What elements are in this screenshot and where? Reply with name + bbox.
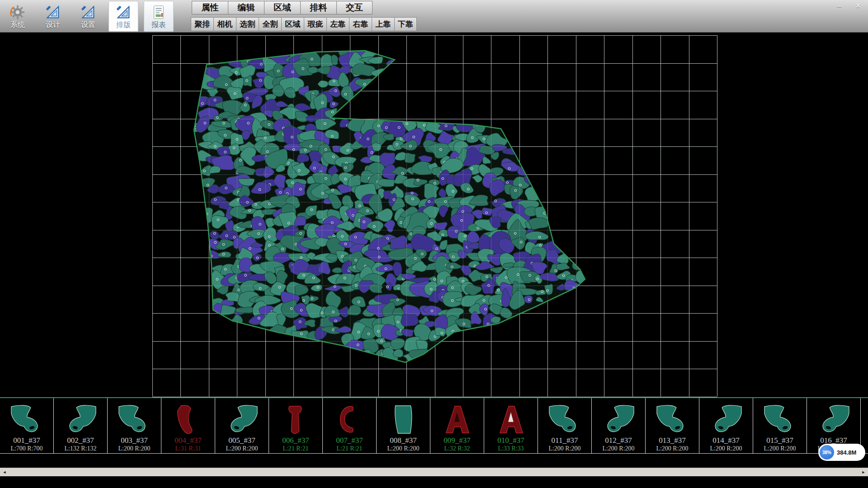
part-shape	[650, 404, 695, 436]
tool-item[interactable]: 相机	[213, 17, 236, 31]
part-shape	[596, 404, 641, 436]
nesting-canvas[interactable]	[0, 33, 868, 397]
tool-item[interactable]: 区域	[281, 17, 304, 31]
part-lr-count: L:200 R:200	[764, 445, 796, 452]
tool-item[interactable]: 左靠	[326, 17, 349, 31]
part-name: 001_#37	[13, 436, 40, 445]
part-lr-count: L:700 R:700	[10, 445, 42, 452]
part-thumbnail[interactable]: 008_#37 L:200 R:200	[377, 398, 430, 453]
nav-design[interactable]: 设计	[38, 1, 68, 32]
menu-bar: 属性 编辑 区域 排料 交互	[192, 1, 373, 14]
set-square-icon	[116, 5, 131, 20]
part-shape	[112, 404, 157, 436]
part-lr-count: L:200 R:200	[548, 445, 580, 452]
part-lr-count: L:200 R:200	[602, 445, 634, 452]
part-thumbnail[interactable]: 010_#37 L:33 R:33	[484, 398, 538, 453]
nav-settings-label: 设置	[81, 21, 95, 28]
scroll-left-icon[interactable]: ◄	[0, 468, 9, 477]
part-thumbnail[interactable]: 005_#37 L:200 R:200	[215, 398, 269, 453]
part-shape	[4, 404, 49, 436]
part-shape	[219, 404, 264, 436]
part-name: 011_#37	[552, 436, 578, 445]
part-shape	[542, 404, 587, 436]
menu-item[interactable]: 编辑	[228, 1, 264, 14]
part-thumbnail[interactable]: 014_#37 L:200 R:200	[699, 398, 753, 453]
part-shape	[757, 404, 802, 436]
part-thumbnail[interactable]: 007_#37 L:21 R:21	[323, 398, 377, 453]
part-name: 005_#37	[228, 436, 255, 445]
tool-bar: 聚排 相机 选割 全割 区域 瑕疵 左靠 右靠 上靠 下靠	[191, 17, 417, 31]
set-square-icon	[80, 5, 96, 20]
close-button[interactable]: ✕	[853, 1, 863, 10]
part-shape	[381, 404, 426, 436]
part-lr-count: L:132 R:132	[64, 445, 96, 452]
part-name: 006_#37	[282, 436, 309, 445]
part-shape	[58, 404, 103, 436]
window-controls: ─ ✕	[834, 1, 863, 10]
scroll-right-icon[interactable]: ►	[859, 468, 868, 477]
part-thumbnail[interactable]: 001_#37 L:700 R:700	[0, 398, 54, 453]
menu-item[interactable]: 交互	[336, 1, 373, 14]
part-lr-count: L:200 R:200	[226, 445, 258, 452]
menu-item[interactable]: 区域	[264, 1, 300, 14]
main-nav: 系统 设计 设置 排版 报表	[3, 0, 179, 33]
tool-item[interactable]: 上靠	[372, 17, 394, 31]
progress-ring: 38%	[820, 445, 834, 460]
menu-item[interactable]: 排料	[300, 1, 336, 14]
nav-nesting[interactable]: 排版	[108, 1, 138, 32]
part-name: 002_#37	[67, 436, 94, 445]
part-name: 014_#37	[712, 436, 740, 445]
tool-item[interactable]: 聚排	[191, 17, 213, 31]
part-name: 013_#37	[659, 436, 686, 445]
part-name: 007_#37	[336, 436, 363, 445]
horizontal-scrollbar[interactable]: ◄ ►	[0, 468, 868, 476]
part-name: 004_#37	[175, 436, 202, 445]
tool-item[interactable]: 瑕疵	[304, 17, 326, 31]
nav-report[interactable]: 报表	[144, 1, 174, 32]
part-lr-count: L:200 R:200	[387, 445, 419, 452]
menu-item[interactable]: 属性	[192, 1, 228, 14]
part-shape	[811, 404, 856, 436]
tool-item[interactable]: 下靠	[394, 17, 417, 31]
part-name: 008_#37	[390, 436, 417, 445]
tool-item[interactable]: 选割	[236, 17, 259, 31]
part-thumbnail[interactable]: 013_#37 L:200 R:200	[646, 398, 699, 453]
part-thumbnail[interactable]: 011_#37 L:200 R:200	[538, 398, 592, 453]
part-name: 010_#37	[497, 436, 524, 445]
part-shape	[273, 404, 318, 436]
part-shape	[327, 404, 372, 436]
part-name: 003_#37	[121, 436, 148, 445]
part-thumbnail[interactable]: 012_#37 L:200 R:200	[592, 398, 646, 453]
tool-item[interactable]: 右靠	[349, 17, 372, 31]
part-lr-count: L:31 R:31	[175, 445, 201, 452]
part-lr-count: L:21 R:21	[336, 445, 362, 452]
part-thumbnail[interactable]: 004_#37 L:31 R:31	[161, 398, 215, 453]
memory-meter: 38% 384.8M	[818, 444, 865, 461]
part-name: 012_#37	[605, 436, 632, 445]
nav-system-label: 系统	[10, 21, 25, 28]
nav-system[interactable]: 系统	[3, 1, 33, 32]
part-thumbnail[interactable]: 009_#37 L:32 R:32	[430, 398, 484, 453]
part-shape	[488, 404, 533, 436]
part-thumbnail[interactable]: 003_#37 L:200 R:200	[108, 398, 161, 453]
part-name: 009_#37	[443, 436, 471, 445]
part-thumbnail[interactable]: 002_#37 L:132 R:132	[54, 398, 108, 453]
minimize-button[interactable]: ─	[834, 1, 844, 10]
part-lr-count: L:200 R:200	[118, 445, 150, 452]
nav-nesting-label: 排版	[116, 21, 131, 28]
part-lr-count: L:33 R:33	[498, 445, 524, 452]
nav-report-label: 报表	[151, 21, 166, 28]
part-name: 015_#37	[766, 436, 793, 445]
part-shape	[165, 404, 211, 436]
part-thumbnail[interactable]: 015_#37 L:200 R:200	[753, 398, 807, 453]
nav-design-label: 设计	[46, 21, 60, 28]
nav-settings[interactable]: 设置	[73, 1, 103, 32]
set-square-icon	[45, 5, 61, 20]
tool-item[interactable]: 全割	[259, 17, 281, 31]
part-shape	[434, 404, 480, 436]
part-shape	[703, 404, 749, 436]
part-thumbnail[interactable]: 006_#37 L:21 R:21	[269, 398, 323, 453]
report-icon	[151, 5, 166, 20]
part-lr-count: L:21 R:21	[283, 445, 308, 452]
parts-strip: 001_#37 L:700 R:700 002_#37 L:132 R:132 …	[0, 397, 868, 454]
